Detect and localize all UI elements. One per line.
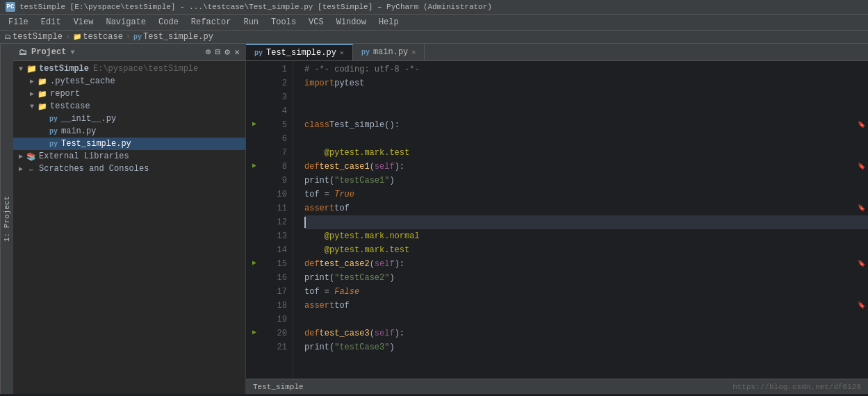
menu-bar: FileEditViewNavigateCodeRefactorRunTools…	[0, 15, 868, 31]
tree-item-main-label: main.py	[61, 126, 96, 136]
menu-item-window[interactable]: Window	[331, 16, 372, 28]
report-folder-icon: 📁	[37, 90, 48, 98]
project-side-label[interactable]: 1: Project	[0, 44, 13, 394]
menu-item-refactor[interactable]: Refactor	[186, 16, 237, 28]
tab-main-py-icon: py	[361, 49, 370, 56]
sidebar-dropdown-arrow[interactable]: ▼	[70, 49, 74, 56]
code-line-17: tof = False	[304, 285, 868, 299]
pytest-cache-folder-icon: 📁	[37, 77, 48, 85]
run-gutter-line-14	[246, 242, 263, 256]
test-simple-file-icon: py	[48, 140, 59, 148]
tree-item-init-label: __init__.py	[61, 114, 116, 124]
sidebar-gear-icon[interactable]: ⚙	[224, 47, 230, 58]
code-line-5: class Test_simple():🔖	[304, 118, 868, 132]
main-area: 1: Project 🗂 Project ▼ ⊕ ⊟ ⚙ ✕ ▼ 📁	[0, 44, 868, 394]
code-content[interactable]: # -*- coding: utf-8 -*-import pytestclas…	[293, 61, 868, 379]
breadcrumb-testcase-label: testcase	[83, 32, 123, 42]
menu-item-view[interactable]: View	[68, 16, 99, 28]
tree-root[interactable]: ▼ 📁 testSimple E:\pyspace\testSimple	[13, 63, 245, 75]
run-gutter-line-2	[246, 75, 263, 89]
code-line-15: def test_case2(self):🔖	[304, 257, 868, 271]
bookmark-line-11[interactable]: 🔖	[858, 201, 865, 215]
code-line-12	[304, 215, 868, 229]
code-line-3	[304, 90, 868, 104]
run-gutter-line-19	[246, 311, 263, 325]
run-button-line-5[interactable]: ▶	[252, 119, 256, 128]
tree-root-arrow: ▼	[16, 65, 26, 73]
run-gutter-line-3	[246, 89, 263, 103]
run-gutter-line-7	[246, 145, 263, 158]
run-gutter-line-5: ▶	[246, 117, 263, 131]
editor-tab-main[interactable]: py main.py ✕	[353, 44, 425, 60]
tree-item-external-libs-label: External Libraries	[39, 151, 129, 161]
code-line-10: tof = True	[304, 188, 868, 201]
breadcrumb-file-label: Test_simple.py	[143, 32, 213, 42]
tab-test-simple-close[interactable]: ✕	[340, 49, 344, 57]
bookmark-line-5[interactable]: 🔖	[858, 118, 865, 132]
menu-item-run[interactable]: Run	[238, 16, 264, 28]
breadcrumb-testcase: 📁 testcase	[73, 32, 123, 42]
tab-test-simple-py-icon: py	[254, 49, 263, 57]
code-line-9: print("testCase1")	[304, 174, 868, 188]
tree-item-scratches[interactable]: ▶ ✏ Scratches and Consoles	[13, 163, 245, 175]
menu-item-help[interactable]: Help	[373, 16, 404, 28]
title-bar: PC testSimple [E:\pyspace\testSimple] - …	[0, 0, 868, 15]
tab-main-close[interactable]: ✕	[411, 48, 416, 56]
tree-item-test-simple[interactable]: py Test_simple.py	[13, 138, 245, 150]
sidebar-title: Project	[31, 47, 66, 57]
line-number-10: 10	[263, 188, 287, 201]
menu-item-vcs[interactable]: VCS	[303, 16, 329, 28]
menu-item-file[interactable]: File	[3, 16, 34, 28]
run-button-line-20[interactable]: ▶	[252, 328, 256, 336]
tree-item-testcase[interactable]: ▼ 📁 testcase	[13, 100, 245, 113]
tree-pytest-arrow: ▶	[27, 77, 37, 85]
tree-item-init[interactable]: py __init__.py	[13, 113, 245, 125]
editor-tab-test-simple[interactable]: py Test_simple.py ✕	[246, 44, 353, 60]
run-gutter-line-21	[246, 339, 263, 353]
run-gutter-line-15: ▶	[246, 256, 263, 270]
sidebar: 🗂 Project ▼ ⊕ ⊟ ⚙ ✕ ▼ 📁 testSimple E:\py…	[13, 44, 246, 394]
line-number-2: 2	[263, 76, 287, 90]
tree-item-test-simple-label: Test_simple.py	[61, 139, 131, 149]
run-gutter-line-6	[246, 131, 263, 145]
watermark: https://blog.csdn.net/df0128	[732, 383, 861, 391]
testcase-folder-icon: 📁	[37, 102, 48, 110]
tree-ext-libs-arrow: ▶	[16, 152, 26, 160]
tree-item-report[interactable]: ▶ 📁 report	[13, 88, 245, 100]
line-number-21: 21	[263, 340, 287, 354]
line-number-15: 15	[263, 257, 287, 271]
code-line-13: @pytest.mark.normal	[304, 229, 868, 243]
run-gutter-line-4	[246, 103, 263, 117]
line-number-5: 5	[263, 118, 287, 132]
run-gutter-line-18	[246, 297, 263, 311]
line-number-13: 13	[263, 229, 287, 243]
menu-item-tools[interactable]: Tools	[265, 16, 302, 28]
tree-item-report-label: report	[50, 89, 80, 99]
sidebar-add-icon[interactable]: ⊕	[206, 47, 211, 58]
sidebar-collapse-icon[interactable]: ⊟	[215, 47, 221, 58]
editor-tabs: py Test_simple.py ✕ py main.py ✕	[246, 44, 868, 61]
line-number-7: 7	[263, 146, 287, 160]
menu-item-code[interactable]: Code	[153, 16, 184, 28]
breadcrumb-file: py Test_simple.py	[133, 32, 213, 42]
tree-item-external-libs[interactable]: ▶ 📚 External Libraries	[13, 150, 245, 163]
tree-item-main[interactable]: py main.py	[13, 125, 245, 138]
run-gutter-line-17	[246, 283, 263, 297]
editor: py Test_simple.py ✕ py main.py ✕ ▶▶▶▶ 12…	[246, 44, 868, 394]
run-button-line-8[interactable]: ▶	[252, 161, 256, 170]
bookmark-line-8[interactable]: 🔖	[858, 160, 865, 174]
run-gutter-line-16	[246, 270, 263, 283]
sidebar-close-icon[interactable]: ✕	[234, 47, 240, 58]
run-gutter-line-8: ▶	[246, 158, 263, 172]
bookmark-line-18[interactable]: 🔖	[858, 299, 865, 313]
menu-item-navigate[interactable]: Navigate	[100, 16, 152, 28]
scratches-icon: ✏	[26, 165, 37, 173]
tree-scratches-arrow: ▶	[16, 165, 26, 173]
tree-item-pytest-cache[interactable]: ▶ 📁 .pytest_cache	[13, 75, 245, 88]
menu-item-edit[interactable]: Edit	[35, 16, 67, 28]
run-button-line-15[interactable]: ▶	[252, 258, 256, 267]
text-cursor	[304, 217, 306, 228]
line-number-4: 4	[263, 104, 287, 118]
code-line-18: assert tof🔖	[304, 299, 868, 313]
bookmark-line-15[interactable]: 🔖	[858, 257, 865, 271]
